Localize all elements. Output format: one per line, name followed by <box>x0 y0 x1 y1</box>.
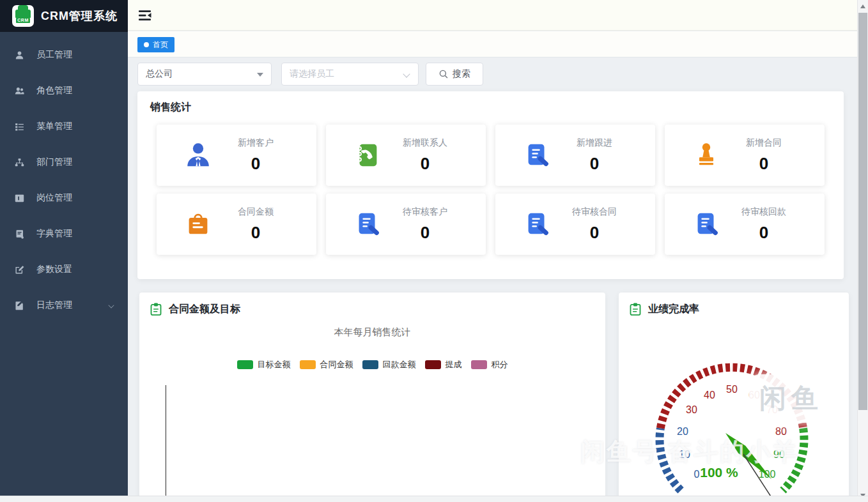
tab-label: 首页 <box>153 40 168 50</box>
legend-item-points[interactable]: 积分 <box>471 359 508 370</box>
search-button[interactable]: 搜索 <box>426 63 483 86</box>
legend-swatch <box>362 360 378 369</box>
stat-label: 新增合同 <box>721 137 807 149</box>
gauge-arc-low <box>660 428 681 491</box>
stamp-icon <box>692 141 721 170</box>
svg-text:30: 30 <box>686 404 697 415</box>
stat-value: 0 <box>721 223 807 243</box>
performance-gauge: 0 10 20 30 40 50 60 70 80 90 100 100 % <box>619 316 849 502</box>
search-button-label: 搜索 <box>453 68 470 80</box>
sidebar-item-label: 菜单管理 <box>36 121 72 132</box>
gauge-arc-high <box>783 428 804 491</box>
follow-up-doc-icon <box>522 141 552 170</box>
sidebar-item-dictionary[interactable]: 字典管理 <box>0 216 128 252</box>
legend-item-contract[interactable]: 合同金额 <box>300 359 353 370</box>
stat-label: 新增跟进 <box>552 137 637 149</box>
crm-dashboard-page: CRM CRM管理系统 员工管理 角色管理 菜单管理 部门管理 <box>0 0 868 502</box>
sidebar-item-employee[interactable]: 员工管理 <box>0 37 128 73</box>
org-tree-icon <box>13 156 25 168</box>
pending-doc-icon <box>353 209 382 239</box>
search-icon <box>438 69 449 79</box>
performance-panel: 业绩完成率 0 10 20 30 40 50 60 70 80 90 100 1… <box>619 293 849 502</box>
sidebar-item-label: 员工管理 <box>36 49 72 61</box>
pending-doc-icon <box>692 209 721 239</box>
stat-card-contract-amount: 合同金额 0 <box>157 194 316 255</box>
svg-text:10: 10 <box>679 449 690 460</box>
employee-select-placeholder: 请选择员工 <box>290 68 334 80</box>
menu-fold-icon[interactable] <box>139 10 151 21</box>
stat-label: 合同金额 <box>213 206 298 218</box>
sidebar-item-logs[interactable]: 日志管理 <box>0 287 128 323</box>
chevron-down-icon <box>108 302 114 308</box>
stat-card-new-customer: 新增客户 0 <box>157 125 316 186</box>
sales-stats-panel: 销售统计 新增客户 0 新增联系人 0 新增跟进 <box>137 91 844 279</box>
app-title: CRM管理系统 <box>41 8 118 24</box>
stat-card-new-follow-up: 新增跟进 0 <box>495 125 655 186</box>
user-icon <box>13 49 25 61</box>
horizontal-scrollbar[interactable] <box>0 496 868 502</box>
stat-card-pending-payment: 待审核回款 0 <box>665 194 825 255</box>
stat-card-new-contract: 新增合同 0 <box>665 125 825 186</box>
legend-item-commission[interactable]: 提成 <box>425 359 462 370</box>
svg-text:50: 50 <box>726 384 738 395</box>
vertical-scrollbar-thumb[interactable] <box>858 13 867 410</box>
svg-text:60: 60 <box>748 390 760 400</box>
sidebar-item-menu[interactable]: 菜单管理 <box>0 109 128 144</box>
users-icon <box>13 85 25 96</box>
sales-stats-title: 销售统计 <box>150 101 191 114</box>
sidebar-item-post[interactable]: 岗位管理 <box>0 180 128 216</box>
legend-swatch <box>425 360 441 369</box>
vertical-scrollbar[interactable] <box>857 0 868 502</box>
edit-settings-icon <box>13 264 25 275</box>
legend-swatch <box>471 360 487 369</box>
company-select[interactable]: 总公司 <box>137 63 272 86</box>
sidebar-item-label: 部门管理 <box>36 156 72 168</box>
stat-label: 新增联系人 <box>382 137 468 149</box>
stat-label: 待审核回款 <box>721 206 807 218</box>
svg-text:20: 20 <box>677 426 688 437</box>
gauge-arc-mid <box>660 367 803 428</box>
stat-value: 0 <box>721 154 807 174</box>
tab-bar: 首页 <box>128 31 857 57</box>
stat-label: 待审核合同 <box>552 206 637 218</box>
svg-text:0: 0 <box>694 469 700 480</box>
stat-card-pending-contract: 待审核合同 0 <box>495 194 655 255</box>
employee-select[interactable]: 请选择员工 <box>281 63 419 86</box>
stat-card-new-contact: 新增联系人 0 <box>326 125 486 186</box>
stat-value: 0 <box>552 154 637 174</box>
sidebar-item-department[interactable]: 部门管理 <box>0 144 128 180</box>
legend-swatch <box>237 360 253 369</box>
gauge-detail-value: 100 % <box>700 465 738 480</box>
menu-list-icon <box>13 121 25 132</box>
dictionary-icon <box>13 228 25 240</box>
svg-text:80: 80 <box>775 426 787 437</box>
app-logo-bar: CRM CRM管理系统 <box>0 0 128 32</box>
contract-amount-icon <box>183 209 213 239</box>
sidebar: CRM CRM管理系统 员工管理 角色管理 菜单管理 部门管理 <box>0 0 128 496</box>
stat-value: 0 <box>213 154 298 174</box>
sidebar-item-settings[interactable]: 参数设置 <box>0 252 128 287</box>
log-icon <box>13 300 25 311</box>
badge-icon <box>13 192 25 204</box>
stat-value: 0 <box>382 154 468 174</box>
logo-text: CRM <box>16 18 29 23</box>
caret-down-icon <box>257 73 263 77</box>
contract-target-panel: 合同金额及目标 本年每月销售统计 目标金额 合同金额 回款金额 提成 积分 <box>139 293 605 502</box>
scroll-up-arrow-icon[interactable] <box>860 4 865 8</box>
sidebar-item-role[interactable]: 角色管理 <box>0 73 128 109</box>
svg-text:70: 70 <box>766 404 778 415</box>
pending-doc-icon <box>522 209 552 239</box>
panel-title: 合同金额及目标 <box>169 303 240 316</box>
legend-item-target[interactable]: 目标金额 <box>237 359 291 370</box>
bar-chart-y-axis <box>166 385 166 502</box>
customer-icon <box>183 141 213 170</box>
topbar <box>128 0 857 31</box>
tab-active-dot-icon <box>144 42 149 47</box>
stat-label: 新增客户 <box>213 137 298 149</box>
legend-item-payment[interactable]: 回款金额 <box>362 359 416 370</box>
chevron-down-icon <box>403 70 410 77</box>
sidebar-item-label: 角色管理 <box>36 85 72 96</box>
tab-home[interactable]: 首页 <box>137 37 174 52</box>
stat-value: 0 <box>213 223 298 243</box>
sidebar-menu: 员工管理 角色管理 菜单管理 部门管理 岗位管理 字典管理 <box>0 32 128 323</box>
